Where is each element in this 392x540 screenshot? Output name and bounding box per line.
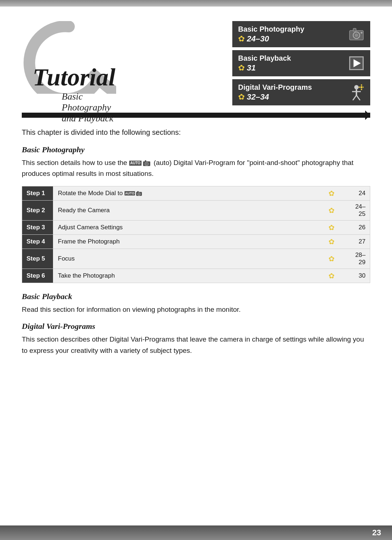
step-label-4: Step 4 [22,234,53,249]
bottom-bar: 23 [0,525,392,540]
logo-area: Tutorial Basic Photography and Playback [22,21,160,83]
nav-box-playback-sun-icon: ✿ [238,63,245,73]
nav-box-playback-title: Basic Playback [238,54,291,63]
section-playback-heading: Basic Playback [22,292,370,301]
table-row: Step 6 Take the Photograph ✿ 30 [22,269,370,283]
section-photography-body: This section details how to use the AUTO… [22,157,370,180]
svg-point-13 [361,89,362,90]
step-icon-2: ✿ [315,200,348,220]
nav-box-basic-photography[interactable]: Basic Photography ✿ 24–30 [232,21,370,47]
svg-point-12 [363,86,364,88]
tutorial-subtitle: Basic Photography and Playback [29,89,116,124]
svg-point-4 [361,32,363,34]
table-row: Step 2 Ready the Camera ✿ 24–25 [22,200,370,220]
svg-point-14 [359,86,360,88]
section-digital-vari: Digital Vari-Programs This section descr… [22,322,370,356]
step-desc-1: Rotate the Mode Dial to AUTO [53,186,315,200]
step-label-3: Step 3 [22,220,53,234]
main-content: Tutorial Basic Photography and Playback … [0,7,392,374]
nav-box-vari-sun-icon: ✿ [238,92,245,102]
steps-table: Step 1 Rotate the Mode Dial to AUTO ✿ 24… [22,186,370,283]
step-page-3: 26 [348,220,370,234]
table-row: Step 4 Frame the Photograph ✿ 27 [22,234,370,249]
svg-point-10 [360,86,363,88]
intro-paragraph: This chapter is divided into the followi… [22,127,370,138]
step-page-6: 30 [348,269,370,283]
svg-point-21 [139,193,140,194]
nav-box-vari-title: Digital Vari-Programs [238,83,312,92]
svg-rect-18 [145,160,146,162]
svg-rect-22 [137,191,139,193]
page-number: 23 [372,528,381,537]
step-desc-3: Adjust Camera Settings [53,220,315,234]
svg-point-5 [354,85,359,89]
step-label-5: Step 5 [22,249,53,269]
step-icon-6: ✿ [315,269,348,283]
top-bar [0,0,392,7]
section-playback-body: Read this section for information on vie… [22,304,370,315]
step-label-2: Step 2 [22,200,53,220]
section-basic-photography: Basic Photography This section details h… [22,145,370,283]
step-icon-5: ✿ [315,249,348,269]
nav-boxes: Basic Photography ✿ 24–30 [232,17,370,105]
nav-box-playback-pages: 31 [247,63,256,73]
svg-point-2 [355,33,358,37]
step-desc-2: Ready the Camera [53,200,315,220]
step-page-4: 27 [348,234,370,249]
nav-box-photography-pages: 24–30 [247,34,269,44]
svg-point-17 [146,163,147,165]
table-row: Step 1 Rotate the Mode Dial to AUTO ✿ 24 [22,186,370,200]
table-row: Step 5 Focus ✿ 28–29 [22,249,370,269]
step-page-1: 24 [348,186,370,200]
section-basic-playback: Basic Playback Read this section for inf… [22,292,370,315]
nav-box-vari-person-icon [348,84,364,100]
svg-point-11 [361,84,362,86]
step-page-2: 24–25 [348,200,370,220]
nav-box-photography-title: Basic Photography [238,25,304,33]
nav-box-basic-playback[interactable]: Basic Playback ✿ 31 [232,50,370,76]
svg-line-9 [356,95,360,100]
nav-box-photography-camera-icon [348,26,364,42]
step-label-6: Step 6 [22,269,53,283]
section-vari-body: This section describes other Digital Var… [22,334,370,356]
section-photography-heading: Basic Photography [22,145,370,154]
nav-box-photography-sun-icon: ✿ [238,34,245,44]
nav-box-vari-programs[interactable]: Digital Vari-Programs ✿ 32–34 [232,79,370,105]
step-page-5: 28–29 [348,249,370,269]
svg-rect-3 [353,28,356,31]
step-icon-1: ✿ [315,186,348,200]
step-icon-4: ✿ [315,234,348,249]
nav-box-vari-pages: 32–34 [247,92,269,102]
auto-label: AUTO [129,161,142,166]
step-icon-3: ✿ [315,220,348,234]
step-desc-4: Frame the Photograph [53,234,315,249]
step-label-1: Step 1 [22,186,53,200]
svg-line-8 [353,95,356,100]
header-section: Tutorial Basic Photography and Playback … [22,17,370,105]
table-row: Step 3 Adjust Camera Settings ✿ 26 [22,220,370,234]
step-desc-6: Take the Photograph [53,269,315,283]
section-vari-heading: Digital Vari-Programs [22,322,370,331]
step-desc-5: Focus [53,249,315,269]
tutorial-title: Tutorial [29,43,116,89]
nav-box-playback-play-icon [348,55,364,71]
